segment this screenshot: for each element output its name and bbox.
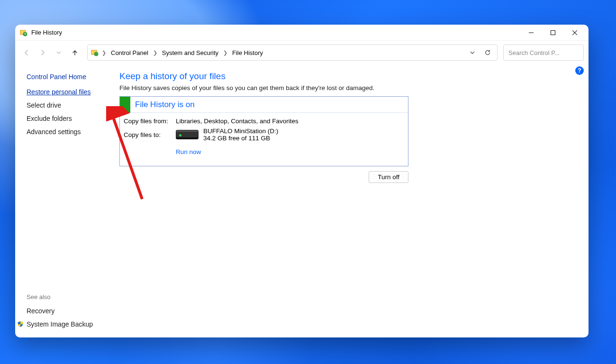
recent-dropdown-icon[interactable] <box>52 46 65 59</box>
see-also-label: See also <box>27 293 119 300</box>
select-drive-link[interactable]: Select drive <box>27 101 61 109</box>
chevron-right-icon[interactable]: ❯ <box>101 50 107 56</box>
drive-name: BUFFALO MiniStation (D:) <box>203 127 278 135</box>
status-title: File History is on <box>130 100 195 109</box>
chevron-right-icon[interactable]: ❯ <box>152 50 158 56</box>
copy-from-value: Libraries, Desktop, Contacts, and Favori… <box>176 118 299 125</box>
copy-to-label: Copy files to: <box>124 131 176 138</box>
breadcrumb-file-history[interactable]: File History <box>230 48 265 57</box>
status-indicator <box>120 97 130 113</box>
sidebar: Control Panel Home Restore personal file… <box>15 64 119 337</box>
shield-icon <box>17 321 24 328</box>
drive-free-space: 34.2 GB free of 111 GB <box>203 135 278 142</box>
status-panel: File History is on Copy files from: Libr… <box>119 96 408 166</box>
drive-icon <box>176 130 199 139</box>
system-image-backup-link[interactable]: System Image Backup <box>17 320 93 328</box>
restore-personal-files-link[interactable]: Restore personal files <box>27 88 91 96</box>
search-input[interactable] <box>507 49 589 57</box>
breadcrumb-system-security[interactable]: System and Security <box>160 48 220 57</box>
search-box[interactable] <box>503 45 584 61</box>
exclude-folders-link[interactable]: Exclude folders <box>27 115 72 122</box>
titlebar: File History <box>15 25 589 41</box>
back-button[interactable] <box>20 46 33 59</box>
window-title: File History <box>31 29 62 36</box>
forward-button[interactable] <box>36 46 49 59</box>
copy-from-label: Copy files from: <box>124 118 176 125</box>
advanced-settings-link[interactable]: Advanced settings <box>27 128 81 136</box>
app-icon <box>20 29 27 36</box>
recovery-link[interactable]: Recovery <box>27 307 54 315</box>
breadcrumb-control-panel[interactable]: Control Panel <box>109 48 150 57</box>
address-dropdown-icon[interactable] <box>466 46 479 59</box>
close-button[interactable] <box>564 25 586 40</box>
page-subtext: File History saves copies of your files … <box>119 84 582 91</box>
help-icon[interactable]: ? <box>575 66 584 75</box>
up-button[interactable] <box>68 46 82 59</box>
turn-off-button[interactable]: Turn off <box>369 171 408 183</box>
refresh-button[interactable] <box>481 46 494 59</box>
control-panel-home-link[interactable]: Control Panel Home <box>27 73 119 81</box>
run-now-link[interactable]: Run now <box>176 148 201 155</box>
page-headline: Keep a history of your files <box>119 71 582 82</box>
maximize-button[interactable] <box>542 25 564 40</box>
address-bar[interactable]: ❯ Control Panel ❯ System and Security ❯ … <box>87 45 498 61</box>
chevron-right-icon[interactable]: ❯ <box>222 50 228 56</box>
svg-rect-3 <box>551 30 555 35</box>
content-area: ? Keep a history of your files File Hist… <box>119 64 589 337</box>
minimize-button[interactable] <box>520 25 542 40</box>
toolbar: ❯ Control Panel ❯ System and Security ❯ … <box>15 41 589 64</box>
file-history-window: File History <box>15 25 589 337</box>
control-panel-icon <box>91 48 99 57</box>
svg-point-7 <box>94 52 98 56</box>
